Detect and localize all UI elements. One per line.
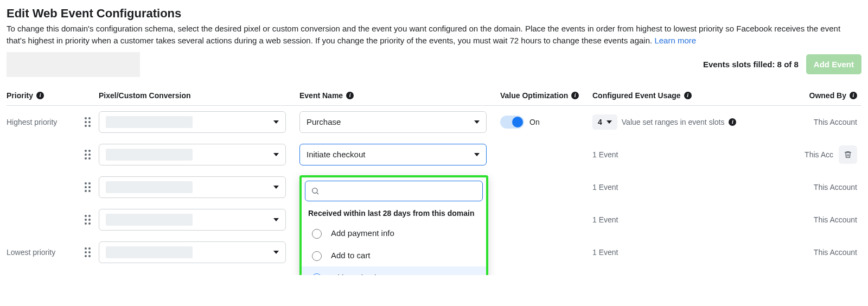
table-header: Priority i Pixel/Custom Conversion Event…	[7, 84, 861, 106]
subtitle-text: To change this domain's configuration sc…	[7, 24, 840, 45]
event-name-value: Initiate checkout	[307, 150, 365, 159]
dropdown-option[interactable]: Add to cart	[302, 244, 486, 266]
page-title: Edit Web Event Configurations	[7, 7, 861, 21]
owner-text: This Account	[814, 118, 857, 126]
dropdown-option[interactable]: Initiate checkout	[302, 266, 486, 275]
col-owned-label: Owned By	[809, 91, 846, 100]
chevron-down-icon	[474, 120, 480, 124]
chevron-down-icon	[273, 218, 279, 221]
priority-cell	[7, 149, 99, 160]
dropdown-option-label: Add payment info	[331, 228, 394, 238]
pixel-select[interactable]	[99, 176, 286, 198]
value-optimization-toggle[interactable]	[500, 116, 524, 129]
dropdown-option-label: Initiate checkout	[331, 273, 390, 275]
table-row: Highest priorityPurchaseOn4Value set ran…	[7, 106, 861, 138]
pixel-select[interactable]	[99, 241, 286, 263]
owned-by-cell: This Account	[750, 215, 861, 224]
usage-cell: 1 Event	[592, 150, 750, 159]
pixel-placeholder	[106, 214, 193, 226]
chevron-down-icon	[273, 153, 279, 156]
value-range-count: 4	[598, 118, 602, 126]
drag-handle-icon[interactable]	[84, 247, 91, 258]
col-priority: Priority i	[7, 91, 99, 100]
drag-handle-icon[interactable]	[84, 214, 91, 225]
slots-filled-text: Events slots filled: 8 of 8	[703, 60, 799, 69]
col-valueopt-label: Value Optimization	[500, 91, 568, 100]
col-pixel: Pixel/Custom Conversion	[99, 91, 299, 100]
chevron-down-icon	[607, 120, 612, 124]
dropdown-radio[interactable]	[312, 273, 322, 275]
pixel-placeholder	[106, 116, 193, 128]
learn-more-link[interactable]: Learn more	[654, 36, 696, 45]
dropdown-section-header: Received within last 28 days from this d…	[302, 206, 486, 222]
value-range-caption: Value set ranges in event slots	[622, 118, 725, 126]
owned-by-cell: This Account	[750, 183, 861, 192]
drag-handle-icon[interactable]	[84, 149, 91, 160]
pixel-placeholder	[106, 149, 193, 161]
col-value-opt: Value Optimization i	[500, 91, 592, 100]
col-priority-label: Priority	[7, 91, 33, 100]
info-icon[interactable]: i	[684, 92, 692, 99]
pixel-select[interactable]	[99, 209, 286, 231]
col-usage-label: Configured Event Usage	[592, 91, 681, 100]
info-icon[interactable]: i	[729, 118, 736, 126]
owned-by-cell: This Acc	[750, 145, 861, 164]
drag-handle-icon[interactable]	[84, 182, 91, 193]
drag-handle-icon[interactable]	[84, 117, 91, 127]
add-event-button[interactable]: Add Event	[806, 54, 861, 74]
usage-text: 1 Event	[592, 150, 618, 159]
owner-text: This Account	[814, 183, 857, 192]
owner-text: This Account	[814, 248, 857, 257]
chevron-down-icon	[273, 120, 279, 124]
event-name-value: Purchase	[307, 117, 341, 126]
priority-cell	[7, 214, 99, 225]
pixel-select[interactable]	[99, 144, 286, 165]
page-subtitle: To change this domain's configuration sc…	[7, 23, 853, 47]
priority-label: Lowest priority	[7, 248, 55, 257]
event-name-select[interactable]: Initiate checkout	[299, 144, 487, 165]
priority-cell: Highest priority	[7, 117, 99, 127]
info-icon[interactable]: i	[571, 92, 579, 99]
svg-point-0	[312, 188, 317, 193]
owned-by-cell: This Account	[750, 118, 861, 126]
event-name-select[interactable]: Purchase	[299, 111, 487, 133]
info-icon[interactable]: i	[850, 92, 857, 99]
col-owned-by: Owned By i	[750, 91, 861, 100]
owned-by-cell: This Account	[750, 248, 861, 257]
svg-line-1	[317, 193, 318, 194]
chevron-down-icon	[273, 186, 279, 189]
usage-cell: 4Value set ranges in event slotsi	[592, 114, 750, 130]
usage-text: 1 Event	[592, 183, 618, 192]
dropdown-option[interactable]: Add payment info	[302, 222, 486, 244]
value-opt-cell: On	[500, 116, 592, 129]
chevron-down-icon	[474, 153, 480, 156]
col-event-label: Event Name	[299, 91, 343, 100]
usage-cell: 1 Event	[592, 183, 750, 192]
pixel-select[interactable]	[99, 111, 286, 133]
pixel-placeholder	[106, 246, 193, 258]
search-icon	[311, 187, 320, 195]
chevron-down-icon	[273, 251, 279, 254]
info-icon[interactable]: i	[346, 92, 354, 99]
event-name-dropdown: Received within last 28 days from this d…	[299, 175, 488, 275]
priority-cell: Lowest priority	[7, 247, 99, 258]
dropdown-search	[305, 181, 483, 201]
pixel-placeholder	[106, 181, 193, 193]
delete-row-button[interactable]	[839, 145, 857, 164]
value-range-chip[interactable]: 4	[592, 114, 617, 130]
usage-cell: 1 Event	[592, 248, 750, 257]
usage-text: 1 Event	[592, 248, 618, 257]
dropdown-search-input[interactable]	[324, 186, 477, 196]
owner-text: This Account	[814, 215, 857, 224]
dropdown-option-label: Add to cart	[331, 251, 371, 260]
info-icon[interactable]: i	[36, 92, 44, 99]
col-pixel-label: Pixel/Custom Conversion	[99, 91, 191, 100]
priority-cell	[7, 182, 99, 193]
col-usage: Configured Event Usage i	[592, 91, 750, 100]
usage-text: 1 Event	[592, 215, 618, 224]
domain-placeholder	[7, 52, 140, 77]
dropdown-radio[interactable]	[312, 229, 322, 239]
dropdown-radio[interactable]	[312, 251, 322, 261]
usage-cell: 1 Event	[592, 215, 750, 224]
table-row: Initiate checkout1 EventThis Acc	[7, 138, 861, 171]
